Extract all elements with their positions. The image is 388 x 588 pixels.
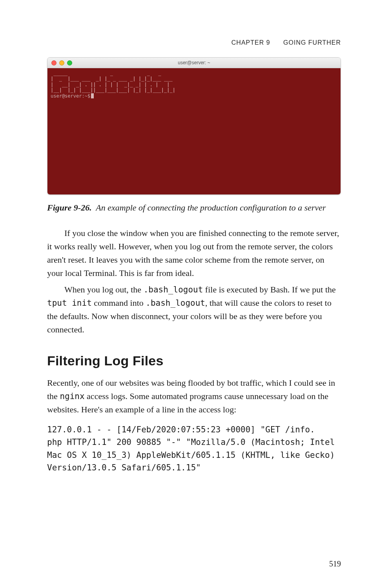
body-text-2: Recently, one of our websites was being … [47,376,341,416]
p2-text-a: When you log out, the [64,285,144,294]
access-log-code-block: 127.0.0.1 - - [14/Feb/2020:07:55:23 +000… [47,423,341,474]
figure-caption: Figure 9-26. An example of connecting th… [47,202,341,214]
terminal-cursor-icon [91,93,94,98]
paragraph-2: When you log out, the .bash_logout file … [47,283,341,336]
figure-caption-text: An example of connecting the production … [96,203,326,212]
page-number: 519 [329,559,341,568]
running-header: CHAPTER 9 GOING FURTHER [47,39,341,46]
p3-text-b: access logs. Some automated programs cau… [47,391,328,414]
terminal-title: user@server: ~ [47,60,341,65]
p2-text-c: command into [92,298,146,308]
terminal-banner: _____ _ _ _ | _ |___ ___ _| |_ _ ___ _| … [51,71,175,93]
terminal-prompt: user@server:~$ [51,93,90,99]
book-page: CHAPTER 9 GOING FURTHER user@server: ~ _… [0,0,388,588]
code-tput-init: tput init [47,298,92,308]
body-text: If you close the window when you are fin… [47,227,341,337]
terminal-body: _____ _ _ _ | _ |___ ___ _| |_ _ ___ _| … [47,68,341,194]
code-bash-logout-1: .bash_logout [144,285,203,294]
figure-label: Figure 9-26. [47,203,92,212]
chapter-number: CHAPTER 9 [231,39,270,46]
paragraph-3: Recently, one of our websites was being … [47,376,341,416]
section-heading: Filtering Log Files [47,353,341,368]
figure-terminal: user@server: ~ _____ _ _ _ | _ |___ ___ … [47,57,341,195]
terminal-titlebar: user@server: ~ [47,58,341,68]
paragraph-1: If you close the window when you are fin… [47,227,341,280]
code-nginx: nginx [60,392,84,401]
code-bash-logout-2: .bash_logout [146,298,205,308]
terminal-window: user@server: ~ _____ _ _ _ | _ |___ ___ … [47,57,341,195]
p2-text-b: file is executed by Bash. If we put the [203,285,335,294]
chapter-title: GOING FURTHER [283,39,341,46]
